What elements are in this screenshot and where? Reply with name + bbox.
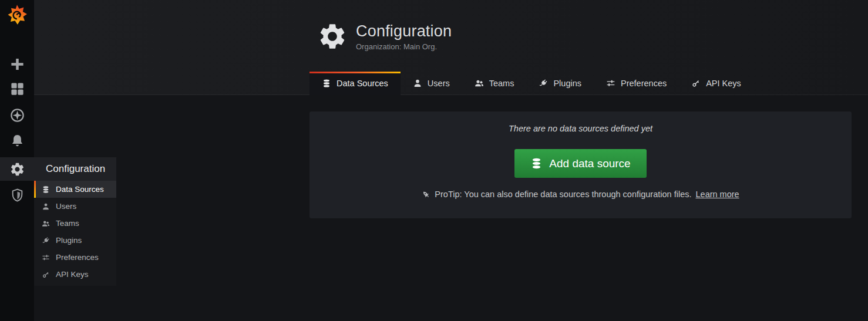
tab-label: Users [428, 79, 450, 88]
shield-icon [10, 188, 25, 202]
users-icon [475, 79, 484, 88]
page-title: Configuration [356, 22, 452, 40]
add-data-source-button[interactable]: Add data source [514, 149, 646, 178]
tab-teams[interactable]: Teams [462, 72, 527, 95]
sidebar-item-server-admin[interactable] [0, 183, 34, 207]
sidebar-item-create[interactable] [0, 52, 34, 76]
tab-label: API Keys [706, 79, 741, 88]
users-icon [42, 219, 50, 228]
page-header: Configuration Organization: Main Org. Da… [34, 0, 868, 95]
menu-item-label: Users [56, 202, 76, 211]
key-icon [42, 271, 50, 279]
menu-item-plugins[interactable]: Plugins [34, 232, 116, 249]
plug-icon [539, 79, 548, 88]
menu-item-preferences[interactable]: Preferences [34, 249, 116, 266]
sidebar-item-alerting[interactable] [0, 129, 34, 153]
protip-text: ProTip: You can also define data sources… [435, 190, 691, 199]
key-icon [691, 79, 701, 88]
sidebar-item-explore[interactable] [0, 103, 34, 127]
tab-users[interactable]: Users [401, 72, 462, 95]
menu-item-label: Teams [56, 219, 79, 228]
add-data-source-label: Add data source [549, 157, 630, 170]
tab-label: Preferences [621, 79, 667, 88]
tab-label: Plugins [553, 79, 581, 88]
database-icon [322, 79, 331, 88]
tab-bar: Data Sources Users Teams Plugins Prefere… [309, 72, 753, 95]
page-subtitle: Organization: Main Org. [356, 42, 452, 51]
menu-item-users[interactable]: Users [34, 198, 116, 215]
tab-plugins[interactable]: Plugins [526, 72, 594, 95]
menu-item-label: API Keys [56, 270, 89, 279]
page-header-content: Configuration Organization: Main Org. [317, 21, 452, 52]
plus-icon [9, 56, 25, 72]
tab-api-keys[interactable]: API Keys [679, 72, 753, 95]
tab-label: Data Sources [337, 79, 388, 88]
menu-item-label: Plugins [56, 236, 82, 245]
gear-icon [9, 161, 25, 177]
sliders-icon [606, 79, 615, 88]
sidebar-item-dashboards[interactable] [0, 77, 34, 100]
side-menu [0, 0, 34, 321]
sidebar-item-configuration[interactable] [0, 157, 34, 181]
user-icon [413, 79, 422, 88]
grafana-logo[interactable] [5, 3, 29, 26]
flyout-menu-title: Configuration [34, 157, 116, 181]
user-icon [42, 202, 50, 211]
flyout-menu-items: Data Sources Users Teams Plugins Prefere… [34, 181, 116, 286]
tab-label: Teams [489, 79, 514, 88]
explore-compass-icon [9, 107, 25, 123]
menu-item-label: Data Sources [56, 185, 104, 194]
database-icon [530, 157, 543, 170]
menu-item-data-sources[interactable]: Data Sources [34, 181, 116, 198]
tab-preferences[interactable]: Preferences [594, 72, 679, 95]
empty-state-message: There are no data sources defined yet [509, 124, 652, 133]
gear-icon [317, 21, 348, 52]
dashboards-grid-icon [9, 81, 25, 97]
configuration-flyout-menu: Configuration Data Sources Users Teams P… [34, 157, 116, 286]
database-icon [42, 185, 50, 194]
sliders-icon [42, 254, 50, 262]
alerting-bell-icon [9, 133, 25, 149]
empty-datasources-panel: There are no data sources defined yet Ad… [309, 111, 852, 218]
menu-item-label: Preferences [56, 253, 99, 262]
tab-data-sources[interactable]: Data Sources [309, 72, 401, 95]
menu-item-teams[interactable]: Teams [34, 215, 116, 232]
grafana-configuration-page: Configuration Organization: Main Org. Da… [0, 0, 868, 321]
rocket-icon [422, 190, 430, 199]
protip-row: ProTip: You can also define data sources… [422, 190, 739, 199]
menu-item-api-keys[interactable]: API Keys [34, 266, 116, 283]
learn-more-link[interactable]: Learn more [696, 190, 739, 199]
plug-icon [42, 236, 50, 245]
